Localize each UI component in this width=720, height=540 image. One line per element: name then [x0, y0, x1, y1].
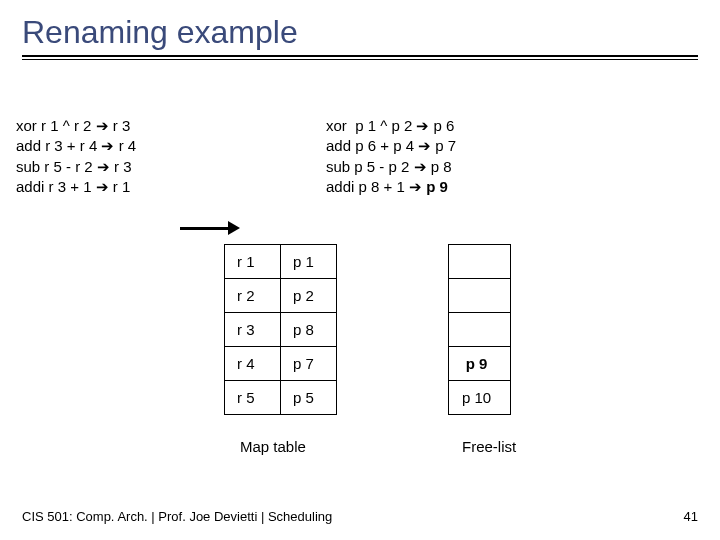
code-line: add r 3 + r 4	[16, 137, 101, 154]
map-reg: r 5	[225, 381, 281, 415]
arrow-icon: ➔	[418, 137, 431, 154]
code-line: sub p 5 - p 2	[326, 158, 414, 175]
code-line: addi p 8 + 1	[326, 178, 409, 195]
table-row: p 10	[449, 381, 511, 415]
free-list-caption: Free-list	[462, 438, 516, 455]
free-cell: p 9	[449, 347, 511, 381]
arrow-icon: ➔	[96, 117, 109, 134]
map-phys: p 1	[281, 245, 337, 279]
map-reg: r 1	[225, 245, 281, 279]
table-row: r 3p 8	[225, 313, 337, 347]
map-reg: r 4	[225, 347, 281, 381]
free-cell: p 10	[449, 381, 511, 415]
content-area: xor r 1 ^ r 2 ➔ r 3 add r 3 + r 4 ➔ r 4 …	[22, 60, 698, 480]
page-number: 41	[684, 509, 698, 524]
table-row: r 1p 1	[225, 245, 337, 279]
table-row: r 5p 5	[225, 381, 337, 415]
code-line: xor p 1 ^ p 2	[326, 117, 416, 134]
code-line: sub r 5 - r 2	[16, 158, 97, 175]
map-table: r 1p 1 r 2p 2 r 3p 8 r 4p 7 r 5p 5	[224, 244, 337, 415]
rename-arrow-icon	[180, 222, 242, 236]
arrow-icon: ➔	[416, 117, 429, 134]
free-list-table: . . . p 9 p 10	[448, 244, 511, 415]
arrow-icon: ➔	[409, 178, 422, 195]
title-rule-heavy	[22, 55, 698, 57]
map-table-caption: Map table	[240, 438, 306, 455]
code-dest: r 3	[110, 158, 132, 175]
table-row: r 2p 2	[225, 279, 337, 313]
renamed-code-block: xor p 1 ^ p 2 ➔ p 6 add p 6 + p 4 ➔ p 7 …	[326, 116, 456, 197]
code-dest: p 8	[427, 158, 452, 175]
map-phys: p 5	[281, 381, 337, 415]
footer-text: CIS 501: Comp. Arch. | Prof. Joe Deviett…	[22, 509, 332, 524]
code-line: addi r 3 + 1	[16, 178, 96, 195]
table-row: p 9	[449, 347, 511, 381]
code-dest: r 4	[114, 137, 136, 154]
arrow-icon: ➔	[96, 178, 109, 195]
code-dest: p 7	[431, 137, 456, 154]
code-line: xor r 1 ^ r 2	[16, 117, 96, 134]
free-cell: .	[449, 279, 511, 313]
table-row: r 4p 7	[225, 347, 337, 381]
code-dest: r 1	[109, 178, 131, 195]
table-row: .	[449, 313, 511, 347]
arrow-icon: ➔	[97, 158, 110, 175]
map-phys: p 2	[281, 279, 337, 313]
arrow-icon: ➔	[414, 158, 427, 175]
map-reg: r 3	[225, 313, 281, 347]
table-row: .	[449, 279, 511, 313]
original-code-block: xor r 1 ^ r 2 ➔ r 3 add r 3 + r 4 ➔ r 4 …	[16, 116, 136, 197]
map-phys: p 7	[281, 347, 337, 381]
free-cell: .	[449, 313, 511, 347]
page-title: Renaming example	[22, 14, 698, 51]
map-phys: p 8	[281, 313, 337, 347]
map-reg: r 2	[225, 279, 281, 313]
free-cell: .	[449, 245, 511, 279]
code-line: add p 6 + p 4	[326, 137, 418, 154]
code-dest: r 3	[109, 117, 131, 134]
code-dest: p 6	[429, 117, 454, 134]
table-row: .	[449, 245, 511, 279]
arrow-icon: ➔	[101, 137, 114, 154]
code-dest-highlight: p 9	[426, 178, 448, 195]
